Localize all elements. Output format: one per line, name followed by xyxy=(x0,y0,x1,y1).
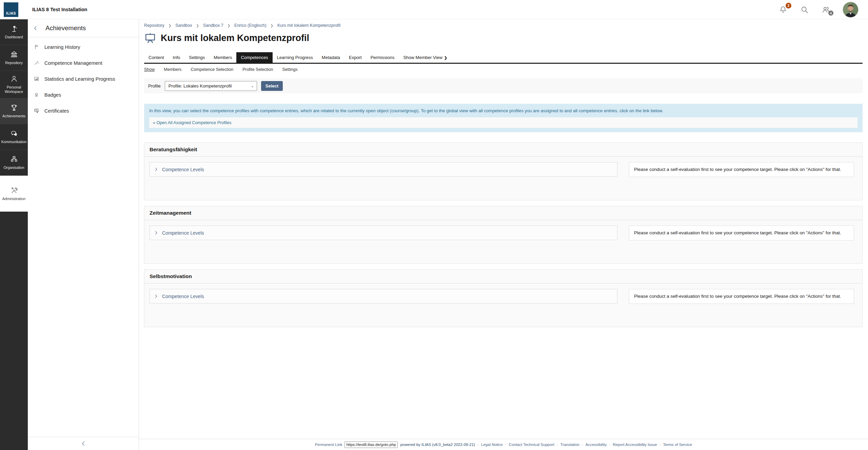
competence-levels-accordion[interactable]: Competence Levels xyxy=(150,289,617,304)
subtab-members[interactable]: Members xyxy=(164,67,181,72)
competence-levels-accordion[interactable]: Competence Levels xyxy=(150,226,617,240)
mainbar-label: Dashboard xyxy=(5,35,23,39)
tab-competences[interactable]: Competences xyxy=(236,52,272,63)
tab-learning-progress[interactable]: Learning Progress xyxy=(273,52,317,63)
subtab-bar: Show Members Competence Selection Profil… xyxy=(144,67,863,72)
open-all-profiles-link[interactable]: » Open All Assigned Competence Profiles xyxy=(153,120,231,125)
tab-members[interactable]: Members xyxy=(209,52,236,63)
chevron-right-icon xyxy=(154,167,158,172)
sidebar-item-label: Statistics and Learning Progress xyxy=(44,76,115,82)
powered-by-text: powered by ILIAS (v8.0_beta2 2022-09-21) xyxy=(400,443,475,447)
breadcrumb-enrico[interactable]: Enrico (Englisch) xyxy=(234,23,266,28)
subtab-show[interactable]: Show xyxy=(144,67,155,72)
competence-panel-beratungsfaehigkeit: Beratungsfähigkeit Competence Levels Ple… xyxy=(144,142,863,200)
self-evaluation-message: Please conduct a self-evaluation first t… xyxy=(629,162,854,177)
mainbar-label: Organisation xyxy=(3,165,24,170)
slate-collapse-button[interactable] xyxy=(28,437,139,450)
profile-select-value: Profile: Lokales Kompetenzprofil xyxy=(169,83,232,89)
chevron-right-icon: ❯ xyxy=(196,24,199,27)
panel-body: Competence Levels Please conduct a self-… xyxy=(144,283,862,327)
profile-label: Profile xyxy=(148,83,161,89)
mainbar-item-repository[interactable]: Repository xyxy=(0,45,28,71)
breadcrumb-sandbox[interactable]: Sandbox xyxy=(175,23,192,28)
breadcrumb-repository[interactable]: Repository xyxy=(144,23,164,28)
sidebar-item-label: Badges xyxy=(44,92,61,98)
tab-info[interactable]: Info xyxy=(169,52,185,63)
footer-link-legal-notice[interactable]: Legal Notice xyxy=(481,443,503,447)
badge-rosette-icon xyxy=(34,92,39,98)
panel-title: Beratungsfähigkeit xyxy=(144,143,862,157)
chevron-right-icon: ❯ xyxy=(271,24,273,27)
notification-bell-button[interactable]: 2 xyxy=(778,5,788,14)
mainbar-label: Repository xyxy=(5,61,23,65)
mainbar-item-achievements[interactable]: Achievements xyxy=(0,98,28,124)
chevron-left-icon xyxy=(33,26,38,31)
footer-separator: · xyxy=(659,443,661,447)
flag-icon xyxy=(34,44,39,50)
tab-content[interactable]: Content xyxy=(144,52,169,63)
info-message-text: In this view, you can select the compete… xyxy=(149,108,857,113)
mainbar-item-personal-workspace[interactable]: Personal Workspace xyxy=(0,71,28,98)
permanent-link-input[interactable] xyxy=(344,442,398,448)
competence-levels-accordion[interactable]: Competence Levels xyxy=(150,162,617,177)
main-content: Repository ❯ Sandbox ❯ Sandbox 7 ❯ Enric… xyxy=(139,19,868,450)
page-title-row: Kurs mit lokalem Kompetenzprofil xyxy=(144,32,863,44)
competence-levels-link[interactable]: Competence Levels xyxy=(162,294,204,299)
dashboard-lamp-icon xyxy=(10,24,18,33)
tab-settings[interactable]: Settings xyxy=(184,52,209,63)
footer-link-contact-support[interactable]: Contact Technical Support xyxy=(509,443,554,447)
subtab-settings[interactable]: Settings xyxy=(282,67,297,72)
chevron-right-icon xyxy=(154,231,158,235)
sidebar-item-competence-management[interactable]: Competence Management xyxy=(28,55,139,71)
topbar-actions: 2 4 xyxy=(778,2,859,18)
footer-separator: · xyxy=(505,443,507,447)
footer-link-translation[interactable]: Translation xyxy=(560,443,579,447)
sidebar-item-certificates[interactable]: Certificates xyxy=(28,103,139,119)
tools-icon xyxy=(10,186,18,195)
mainbar-item-dashboard[interactable]: Dashboard xyxy=(0,19,28,45)
sidebar-item-badges[interactable]: Badges xyxy=(28,87,139,103)
chat-bubbles-icon xyxy=(10,129,18,138)
user-avatar[interactable] xyxy=(843,2,859,18)
chevron-left-icon xyxy=(81,441,86,446)
sidebar-item-statistics[interactable]: Statistics and Learning Progress xyxy=(28,71,139,87)
sidebar-item-learning-history[interactable]: Learning History xyxy=(28,39,139,55)
footer-link-accessibility[interactable]: Accessibility xyxy=(586,443,607,447)
select-button[interactable]: Select xyxy=(261,81,283,91)
tab-metadata[interactable]: Metadata xyxy=(317,52,344,63)
info-link-box: » Open All Assigned Competence Profiles xyxy=(149,117,857,128)
subtab-competence-selection[interactable]: Competence Selection xyxy=(191,67,233,72)
installation-title: ILIAS 8 Test Installation xyxy=(32,7,87,12)
info-message-box: In this view, you can select the compete… xyxy=(144,104,863,132)
breadcrumb-current[interactable]: Kurs mit lokalem Kompetenzprofil xyxy=(277,23,340,28)
tab-permissions[interactable]: Permissions xyxy=(366,52,399,63)
footer-link-terms[interactable]: Terms of Service xyxy=(663,443,692,447)
competence-levels-link[interactable]: Competence Levels xyxy=(162,167,204,172)
competence-levels-link[interactable]: Competence Levels xyxy=(162,230,204,236)
subtab-profile-selection[interactable]: Profile Selection xyxy=(242,67,273,72)
permanent-link[interactable]: Permanent Link xyxy=(315,443,342,447)
who-is-online-button[interactable]: 4 xyxy=(821,5,830,14)
search-icon xyxy=(800,5,809,14)
footer-link-report-accessibility[interactable]: Report Accessibility Issue xyxy=(613,443,657,447)
tab-show-member-view[interactable]: Show Member View❯ xyxy=(399,52,452,63)
online-count-badge: 4 xyxy=(828,11,833,16)
mainbar-item-administration[interactable]: Administration xyxy=(0,176,28,212)
tab-export[interactable]: Export xyxy=(344,52,366,63)
profile-toolbar: Profile Profile: Lokales Kompetenzprofil… xyxy=(144,78,863,93)
mainbar-item-kommunikation[interactable]: Kommunikation xyxy=(0,124,28,150)
org-chart-icon xyxy=(10,155,18,163)
mainbar-item-organisation[interactable]: Organisation xyxy=(0,150,28,176)
breadcrumb: Repository ❯ Sandbox ❯ Sandbox 7 ❯ Enric… xyxy=(144,23,863,28)
panel-title: Selbstmotivation xyxy=(144,270,862,283)
ilias-logo[interactable]: ILIAS xyxy=(4,2,18,17)
search-button[interactable] xyxy=(800,5,809,14)
profile-select[interactable]: Profile: Lokales Kompetenzprofil ⌄ xyxy=(165,81,257,91)
page-footer: Permanent Link powered by ILIAS (v8.0_be… xyxy=(139,439,868,450)
chevron-right-icon: ❯ xyxy=(169,24,171,27)
breadcrumb-sandbox7[interactable]: Sandbox 7 xyxy=(203,23,223,28)
person-icon xyxy=(10,75,18,83)
footer-separator: · xyxy=(557,443,558,447)
slate-back-button[interactable] xyxy=(33,26,38,31)
page-title: Kurs mit lokalem Kompetenzprofil xyxy=(161,33,309,43)
